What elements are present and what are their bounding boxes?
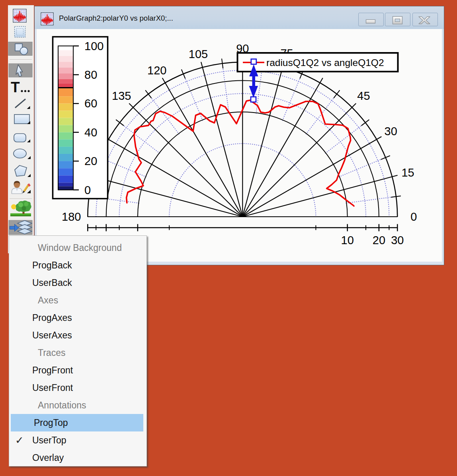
- svg-text:20: 20: [373, 234, 385, 247]
- svg-text:15: 15: [401, 166, 414, 179]
- svg-text:0: 0: [84, 184, 91, 196]
- svg-text:0: 0: [410, 210, 417, 223]
- svg-text:T: T: [11, 79, 20, 95]
- svg-text:100: 100: [84, 40, 104, 52]
- svg-text:20: 20: [84, 155, 97, 167]
- svg-text:120: 120: [147, 64, 166, 77]
- svg-text:radiusQ1Q2 vs angleQ1Q2: radiusQ1Q2 vs angleQ1Q2: [266, 57, 384, 68]
- svg-text:60: 60: [84, 97, 97, 110]
- svg-text:135: 135: [112, 89, 131, 102]
- svg-text:105: 105: [189, 48, 208, 60]
- svg-text:180: 180: [62, 210, 81, 223]
- svg-text:30: 30: [391, 234, 404, 247]
- svg-text:30: 30: [385, 125, 397, 138]
- svg-text:10: 10: [341, 234, 354, 247]
- svg-text:40: 40: [84, 126, 97, 139]
- svg-text:45: 45: [357, 89, 370, 102]
- svg-text:80: 80: [84, 68, 97, 81]
